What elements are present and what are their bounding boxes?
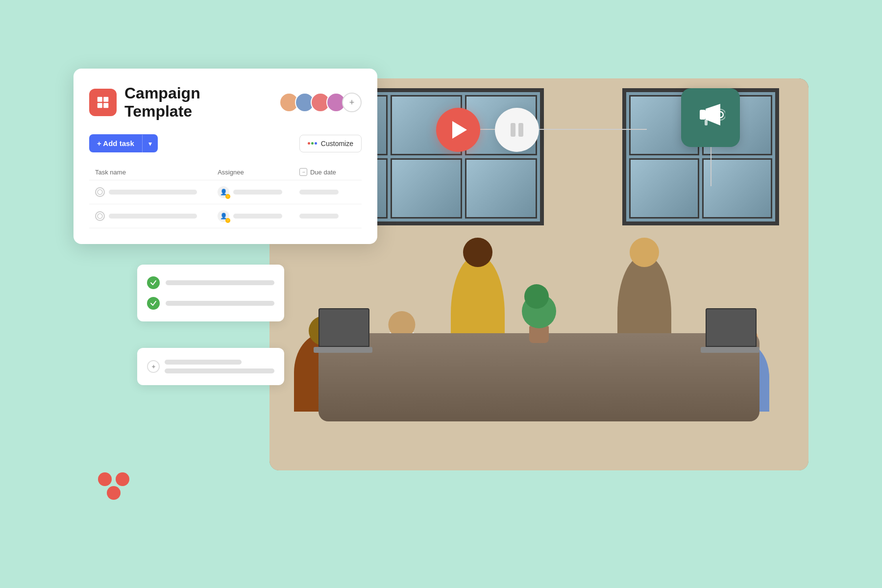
- svg-point-4: [98, 190, 102, 195]
- customize-button[interactable]: Customize: [299, 135, 362, 152]
- customize-dots-icon: [308, 142, 317, 145]
- dot-green: [311, 142, 314, 145]
- customize-label: Customize: [321, 140, 353, 147]
- pause-bar-right: [518, 123, 523, 137]
- check-green-icon-1: [147, 276, 160, 289]
- card-title: Campaign Template: [124, 84, 271, 121]
- card-header: Campaign Template +: [89, 84, 362, 121]
- meeting-table: [318, 333, 760, 421]
- svg-point-5: [98, 214, 102, 219]
- svg-rect-2: [98, 103, 102, 108]
- table-row: 👤 ⚡: [89, 204, 362, 228]
- assignee-cell-2: 👤 ⚡: [218, 210, 288, 222]
- app-icon: [89, 89, 117, 116]
- avatar-add-button[interactable]: +: [342, 93, 362, 112]
- sparkle-row: ✦: [147, 356, 274, 377]
- play-button[interactable]: [436, 108, 480, 152]
- megaphone-button[interactable]: [681, 88, 740, 147]
- assignee-skeleton-2: [233, 214, 282, 219]
- svg-rect-8: [705, 120, 708, 125]
- task-table: Task name Assignee → Due date: [89, 164, 362, 228]
- sparkle-icon: ✦: [147, 360, 160, 373]
- svg-rect-6: [700, 110, 706, 120]
- red-dot-tr: [116, 472, 129, 486]
- table-row: 👤 ⚡: [89, 180, 362, 204]
- due-skeleton-2: [299, 214, 339, 219]
- due-skeleton-1: [299, 190, 339, 195]
- laptop-left: [314, 347, 372, 353]
- assignee-icon-2: 👤 ⚡: [218, 210, 229, 222]
- checked-item-1: [147, 272, 274, 293]
- connector-line-vertical: [710, 147, 711, 186]
- task-name-skeleton-2: [109, 214, 197, 219]
- add-task-dropdown[interactable]: ▾: [142, 135, 158, 152]
- bottom-line-short: [165, 360, 242, 365]
- svg-marker-7: [706, 104, 720, 125]
- red-dot-tl: [98, 472, 112, 486]
- svg-rect-3: [103, 103, 108, 108]
- add-task-button[interactable]: + Add task ▾: [89, 134, 158, 152]
- col-task-name: Task name: [89, 164, 212, 180]
- task-check-2[interactable]: [95, 211, 105, 221]
- checked-item-line-1: [166, 280, 274, 285]
- svg-rect-0: [98, 97, 102, 102]
- connector-line-right: [539, 129, 647, 130]
- bolt-icon-1: ⚡: [225, 194, 230, 199]
- card-toolbar: + Add task ▾ Customize: [89, 134, 362, 152]
- bottom-lines: [165, 360, 274, 373]
- assignee-skeleton-1: [233, 190, 282, 195]
- bottom-line-full: [165, 368, 274, 373]
- task-check-1[interactable]: [95, 187, 105, 197]
- pause-button[interactable]: [495, 108, 539, 152]
- add-task-label: + Add task: [89, 134, 142, 152]
- checked-item-2: [147, 293, 274, 314]
- megaphone-icon: [696, 100, 725, 135]
- avatar-group: +: [279, 93, 362, 112]
- laptop-right: [701, 347, 760, 353]
- red-dot-bc: [107, 486, 121, 500]
- campaign-card: Campaign Template + + Add task ▾ C: [74, 69, 377, 244]
- bolt-icon-2: ⚡: [225, 218, 230, 223]
- pause-icon: [511, 123, 523, 137]
- col-assignee: Assignee: [212, 164, 294, 180]
- plant: [529, 326, 549, 343]
- layout-icon: [96, 95, 110, 110]
- check-green-icon-2: [147, 297, 160, 310]
- assignee-icon-1: 👤 ⚡: [218, 186, 229, 198]
- three-dots-decoration: [98, 472, 129, 500]
- svg-rect-1: [103, 97, 108, 102]
- checked-list-card: [137, 265, 284, 321]
- assignee-cell-1: 👤 ⚡: [218, 186, 288, 198]
- dot-red: [308, 142, 310, 145]
- pause-bar-left: [511, 123, 515, 137]
- dot-blue: [315, 142, 317, 145]
- task-name-skeleton-1: [109, 190, 197, 195]
- bottom-sparkle-card: ✦: [137, 348, 284, 385]
- checked-item-line-2: [166, 301, 274, 306]
- play-icon: [452, 121, 467, 139]
- col-due-date: → Due date: [294, 164, 362, 180]
